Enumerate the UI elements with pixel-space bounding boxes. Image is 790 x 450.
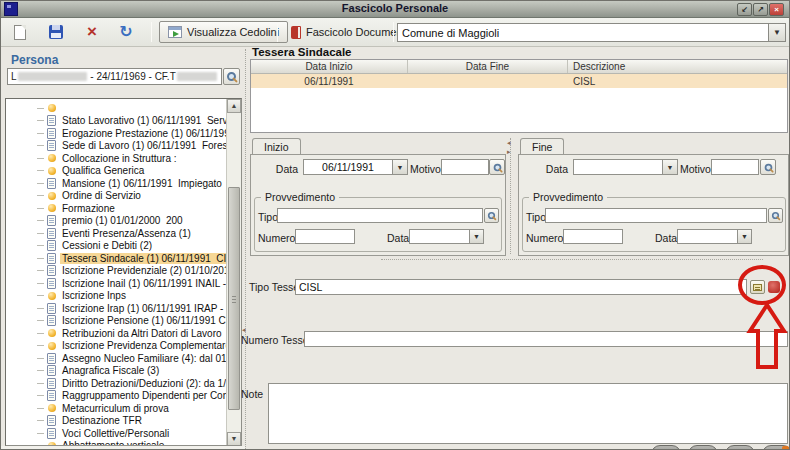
fine-tipo-search-button[interactable] (768, 208, 783, 223)
tree-item[interactable]: Iscrizione Pensione (1) 06/11/1991 CPDEL… (6, 315, 226, 328)
column-header[interactable]: Descrizione (568, 60, 787, 73)
tipo-tessera-clear-button[interactable] (768, 281, 780, 293)
tree-item[interactable]: Iscrizione Irap (1) 06/11/1991 IRAP - Im… (6, 302, 226, 315)
tree-connector (37, 258, 44, 259)
tree-item[interactable]: Stato Lavorativo (1) 06/11/1991 Servizio… (6, 115, 226, 128)
persona-search-field[interactable]: L - 24/11/1969 - CF.T (7, 68, 222, 85)
tab-inizio[interactable]: Inizio (252, 138, 301, 155)
numero-tessera-input[interactable] (304, 331, 788, 347)
tree-item[interactable]: Collocazione in Struttura : (6, 152, 226, 165)
document-icon (47, 140, 56, 151)
save-button[interactable] (47, 23, 65, 41)
tree-item[interactable]: Voci Collettive/Personali (6, 427, 226, 440)
tree-item[interactable]: Sede di Lavoro (1) 06/11/1991 Fores (6, 140, 226, 153)
fine-data-dropdown-icon[interactable]: ▼ (662, 159, 678, 175)
inizio-motivo-input[interactable] (441, 159, 489, 175)
refresh-button[interactable]: ↻ (117, 23, 135, 41)
scroll-down-icon[interactable]: ▼ (227, 432, 241, 446)
tree-item[interactable]: Metacurriculum di prova (6, 402, 226, 415)
inizio-tipo-input[interactable] (277, 208, 483, 223)
tree-item[interactable]: Eventi Presenza/Assenza (1) (6, 227, 226, 240)
document-icon (47, 303, 56, 314)
tree-item[interactable]: Anagrafica Fiscale (3) (6, 365, 226, 378)
inizio-prov-data-dropdown-icon[interactable]: ▼ (469, 229, 484, 244)
tree-item[interactable]: Raggruppamento Dipendenti per Contabiliz… (6, 390, 226, 403)
fine-motivo-input[interactable] (711, 159, 759, 175)
inizio-prov-data-input[interactable] (409, 229, 470, 244)
tab-splitter[interactable] (510, 138, 511, 254)
maximize-window-button[interactable]: ↗ (753, 3, 768, 16)
column-header[interactable]: Data Fine (408, 60, 568, 73)
splitter-collapse-icon[interactable]: ◂ (242, 326, 246, 333)
ente-combobox[interactable]: Comune di Maggioli ▼ (397, 23, 786, 42)
tree-item[interactable]: Destinazione TFR (6, 415, 226, 428)
chevron-down-icon[interactable]: ▼ (768, 24, 785, 41)
new-record-button[interactable] (11, 23, 29, 41)
section-title: Tessera Sindacale (252, 46, 352, 58)
bottom-nav-button-2[interactable] (688, 445, 718, 450)
bottom-nav-button-1[interactable] (651, 445, 681, 450)
restore-window-button[interactable]: ↙ (737, 3, 752, 16)
close-window-button[interactable]: × (769, 3, 784, 16)
fine-data-input[interactable] (573, 159, 663, 175)
scrollbar-thumb[interactable] (228, 187, 240, 410)
tree-item[interactable]: Ordine di Servizio (6, 190, 226, 203)
title-bar[interactable]: Fascicolo Personale ↙ ↗ × (1, 1, 789, 18)
document-icon (47, 278, 56, 289)
column-header[interactable]: Data Inizio (251, 60, 408, 73)
fine-motivo-label: Motivo (680, 163, 711, 175)
tree-item[interactable] (6, 102, 226, 115)
tree-item[interactable]: Mansione (1) 06/11/1991 Impiegato (6, 177, 226, 190)
document-icon (47, 415, 56, 426)
note-textarea[interactable] (268, 383, 788, 444)
inizio-motivo-search-button[interactable] (489, 159, 505, 175)
splitter-right-icon[interactable]: ▸ (507, 148, 511, 155)
table-row[interactable]: 06/11/1991CISL (251, 74, 787, 88)
tree-item[interactable]: Cessioni e Debiti (2) (6, 240, 226, 253)
inizio-data-input[interactable] (303, 159, 393, 175)
visualizza-cedolini-button[interactable]: Visualizza Cedolini (159, 21, 288, 43)
inizio-data-dropdown-icon[interactable]: ▼ (392, 159, 408, 175)
document-icon (47, 353, 56, 364)
tree-connector (37, 233, 44, 234)
record-tree: Stato Lavorativo (1) 06/11/1991 Servizio… (5, 98, 242, 446)
tree-item[interactable]: premio (1) 01/01/2000 200 (6, 215, 226, 228)
tree-item[interactable]: Retribuzioni da Altri Datori di Lavoro (6, 327, 226, 340)
tree-item-label: Raggruppamento Dipendenti per Contabiliz… (60, 390, 226, 401)
tree-item-label: Iscrizione Inail (1) 06/11/1991 INAIL - … (60, 278, 226, 289)
fine-prov-data-input[interactable] (677, 229, 738, 244)
tree-item[interactable]: Iscrizione Previdenziale (2) 01/10/2015 … (6, 265, 226, 278)
tree-item[interactable]: Qualifica Generica (6, 165, 226, 178)
tree-item[interactable]: Diritto Detrazioni/Deduzioni (2): da 1/2… (6, 377, 226, 390)
tipo-tessera-lookup-button[interactable] (750, 280, 765, 294)
tree-scrollbar[interactable]: ▲ ▼ (226, 99, 241, 445)
bottom-corner-icon[interactable] (782, 446, 789, 450)
tree-item[interactable]: Formazione (6, 202, 226, 215)
inizio-numero-input[interactable] (295, 229, 355, 244)
fine-motivo-search-button[interactable] (760, 159, 776, 175)
fine-numero-input[interactable] (563, 229, 623, 244)
tree-connector (37, 220, 44, 221)
fine-tipo-input[interactable] (545, 208, 767, 223)
tree-item[interactable]: Tessera Sindacale (1) 06/11/1991 CISL (6, 252, 226, 265)
tree-item[interactable]: Abbattamento verticale (6, 440, 226, 446)
tree-item[interactable]: Iscrizione Inps (6, 290, 226, 303)
scroll-up-icon[interactable]: ▲ (227, 99, 241, 113)
splitter-left-icon[interactable]: ◂ (507, 139, 511, 146)
document-icon (47, 253, 56, 264)
tab-fine[interactable]: Fine (520, 138, 564, 155)
tipo-tessera-input[interactable] (295, 279, 747, 295)
tree-item[interactable]: Iscrizione Previdenza Complementare (6, 340, 226, 353)
tree-connector (37, 408, 44, 409)
bottom-nav-button-3[interactable] (725, 445, 755, 450)
tree-item-label: Eventi Presenza/Assenza (1) (60, 228, 193, 239)
inizio-tipo-search-button[interactable] (484, 208, 499, 223)
tree-item[interactable]: Iscrizione Inail (1) 06/11/1991 INAIL - … (6, 277, 226, 290)
persona-search-button[interactable] (223, 68, 240, 85)
delete-button[interactable]: × (83, 23, 101, 41)
tree-item[interactable]: Erogazione Prestazione (1) 06/11/1991 Fu… (6, 127, 226, 140)
tree-list: Stato Lavorativo (1) 06/11/1991 Servizio… (6, 99, 226, 445)
tree-item-label: Assegno Nucleo Familiare (4): dal 01/07/… (60, 353, 226, 364)
fine-prov-data-dropdown-icon[interactable]: ▼ (737, 229, 752, 244)
tree-item[interactable]: Assegno Nucleo Familiare (4): dal 01/07/… (6, 352, 226, 365)
